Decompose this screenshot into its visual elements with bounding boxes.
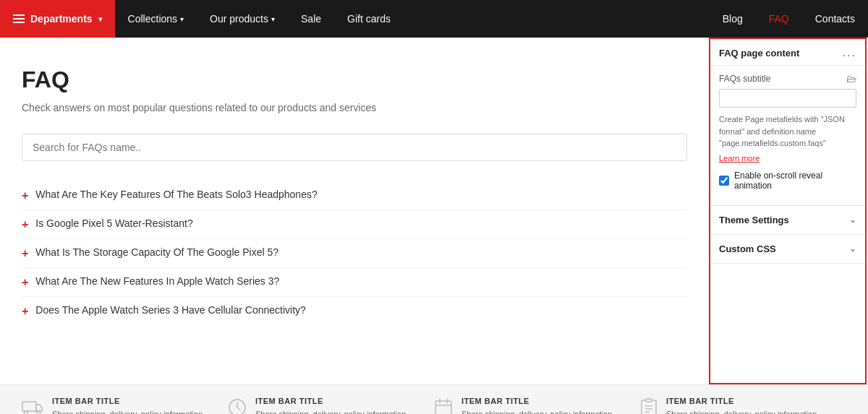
right-panel: FAQ page content ... FAQs subtitle 🗁 Cre… xyxy=(709,38,867,384)
reveal-animation-checkbox[interactable] xyxy=(719,176,729,186)
departments-button[interactable]: Departments ▾ xyxy=(0,0,115,38)
footer-item-0: ITEM BAR TITLE Share shipping, delivery,… xyxy=(22,397,228,414)
database-icon: 🗁 xyxy=(846,73,856,85)
main-content: FAQ Check answers on most popular questi… xyxy=(0,38,709,384)
svg-rect-9 xyxy=(646,399,652,402)
nav-item-collections[interactable]: Collections ▾ xyxy=(115,0,197,38)
nav-menu: Collections ▾ Our products ▾ Sale Gift c… xyxy=(115,0,868,38)
search-input[interactable] xyxy=(22,134,687,161)
nav-item-our-products[interactable]: Our products ▾ xyxy=(197,0,288,38)
faq-question: What Are The Key Features Of The Beats S… xyxy=(35,189,317,200)
panel-header: FAQ page content ... xyxy=(710,39,865,66)
footer-item-text-1: ITEM BAR TITLE Share shipping, delivery,… xyxy=(255,397,408,414)
custom-css-label: Custom CSS xyxy=(719,243,776,254)
svg-point-2 xyxy=(37,411,41,415)
footer-item-text-3: ITEM BAR TITLE Share shipping, delivery,… xyxy=(666,397,819,414)
panel-description: Create Page metafields with "JSON format… xyxy=(719,113,856,150)
footer-item-1: ITEM BAR TITLE Share shipping, delivery,… xyxy=(228,397,434,414)
theme-settings-section[interactable]: Theme Settings ⌄ xyxy=(710,206,865,235)
nav-item-sale[interactable]: Sale xyxy=(288,0,334,38)
faq-question: Does The Apple Watch Series 3 Have Cellu… xyxy=(35,304,306,316)
footer-item-2: ITEM BAR TITLE Share shipping, delivery,… xyxy=(434,397,640,414)
faq-question: What Are The New Features In Apple Watch… xyxy=(35,275,279,287)
clipboard-icon xyxy=(640,398,658,414)
departments-chevron-icon: ▾ xyxy=(98,15,102,23)
checkbox-row: Enable on-scroll reveal animation xyxy=(719,171,856,198)
faq-item[interactable]: + What Are The New Features In Apple Wat… xyxy=(22,268,687,297)
nav-item-contacts[interactable]: Contacts xyxy=(802,0,868,38)
departments-label: Departments xyxy=(30,13,93,25)
plus-icon: + xyxy=(22,305,28,318)
chevron-down-icon: ⌄ xyxy=(849,215,856,225)
chevron-down-icon: ▾ xyxy=(180,15,184,23)
svg-point-1 xyxy=(25,411,28,415)
faq-item[interactable]: + What Is The Storage Capacity Of The Go… xyxy=(22,239,687,268)
page-title: FAQ xyxy=(22,66,687,93)
svg-rect-0 xyxy=(22,402,36,411)
faq-question: Is Google Pixel 5 Water-Resistant? xyxy=(35,217,192,229)
plus-icon: + xyxy=(22,247,28,260)
calendar-icon xyxy=(434,398,453,414)
page-layout: FAQ Check answers on most popular questi… xyxy=(0,38,868,384)
clock-icon xyxy=(228,398,247,414)
footer-item-3: ITEM BAR TITLE Share shipping, delivery,… xyxy=(640,397,846,414)
footer-item-text-0: ITEM BAR TITLE Share shipping, delivery,… xyxy=(52,397,205,414)
faq-item[interactable]: + Is Google Pixel 5 Water-Resistant? xyxy=(22,210,687,239)
nav-item-gift-cards[interactable]: Gift cards xyxy=(334,0,404,38)
panel-title: FAQ page content xyxy=(719,48,799,59)
checkbox-label: Enable on-scroll reveal animation xyxy=(734,171,856,191)
truck-icon xyxy=(22,398,43,414)
faqs-subtitle-input[interactable] xyxy=(719,89,856,108)
navbar: Departments ▾ Collections ▾ Our products… xyxy=(0,0,868,38)
faq-question: What Is The Storage Capacity Of The Goog… xyxy=(35,246,278,258)
plus-icon: + xyxy=(22,218,28,231)
page-subtitle: Check answers on most popular questions … xyxy=(22,102,687,113)
theme-settings-label: Theme Settings xyxy=(719,215,789,225)
footer-item-text-2: ITEM BAR TITLE Share shipping, delivery,… xyxy=(461,397,614,414)
subtitle-label: FAQs subtitle 🗁 xyxy=(719,73,856,85)
footer-bar: ITEM BAR TITLE Share shipping, delivery,… xyxy=(0,384,868,414)
plus-icon: + xyxy=(22,276,28,289)
chevron-down-icon: ▾ xyxy=(271,15,275,23)
faq-list: + What Are The Key Features Of The Beats… xyxy=(22,181,687,325)
learn-more-link[interactable]: Learn more xyxy=(719,154,760,163)
panel-body: FAQs subtitle 🗁 Create Page metafields w… xyxy=(710,66,865,205)
faq-item[interactable]: + Does The Apple Watch Series 3 Have Cel… xyxy=(22,297,687,325)
nav-item-faq[interactable]: FAQ xyxy=(756,0,802,38)
svg-rect-4 xyxy=(435,401,451,414)
custom-css-section[interactable]: Custom CSS ⌄ xyxy=(710,235,865,264)
hamburger-icon xyxy=(13,14,25,23)
chevron-down-icon: ⌄ xyxy=(849,243,856,254)
nav-item-blog[interactable]: Blog xyxy=(710,0,756,38)
plus-icon: + xyxy=(22,189,28,202)
panel-more-button[interactable]: ... xyxy=(843,46,856,59)
faq-item[interactable]: + What Are The Key Features Of The Beats… xyxy=(22,181,687,210)
